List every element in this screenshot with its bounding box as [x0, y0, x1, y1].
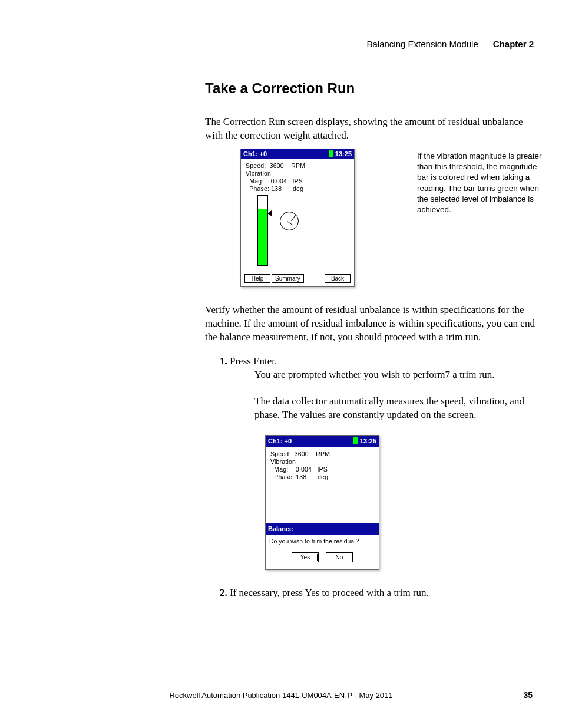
step-2-text: If necessary, press Yes to proceed with …: [230, 587, 429, 598]
device-screenshot-1: Ch1: +0 13:25 Speed: 3600 RPM Vibration …: [240, 149, 355, 288]
device-titlebar-2: Ch1: +0 13:25: [266, 436, 379, 447]
readouts-2: Speed: 3600 RPM Vibration Mag: 0.004 IPS…: [270, 450, 374, 482]
callout-text: If the vibration magnitude is greater th…: [417, 151, 542, 215]
vibration-line-2: Vibration: [270, 458, 374, 466]
speed-line-2: Speed: 3600 RPM: [270, 450, 374, 458]
dialog-titlebar: Balance: [266, 523, 379, 535]
step-1-sub1: You are prompted whether you wish to per…: [254, 368, 535, 382]
intro-paragraph: The Correction Run screen displays, show…: [205, 116, 535, 143]
dialog-question: Do you wish to trim the residual?: [266, 535, 379, 546]
device-titlebar: Ch1: +0 13:25: [241, 149, 354, 159]
no-button[interactable]: No: [326, 552, 353, 563]
device-button-row: Help Summary Back: [241, 272, 354, 286]
dialog-button-row: Yes No: [266, 546, 379, 570]
figure-1-row: Ch1: +0 13:25 Speed: 3600 RPM Vibration …: [240, 149, 535, 288]
vibration-line: Vibration: [246, 170, 349, 177]
phase-dial-icon: [280, 212, 299, 230]
device-screenshot-2: Ch1: +0 13:25 Speed: 3600 RPM Vibration …: [265, 435, 379, 570]
step-2: If necessary, press Yes to proceed with …: [230, 587, 535, 600]
time-label-2: 13:25: [360, 437, 376, 446]
threshold-pointer-icon: [267, 210, 272, 216]
graphic-area: [246, 193, 349, 269]
magnitude-bar-empty: [257, 195, 268, 209]
header-section: Balancing Extension Module: [367, 39, 478, 49]
header-chapter: Chapter 2: [493, 39, 534, 49]
back-button[interactable]: Back: [325, 274, 351, 283]
channel-label: Ch1: +0: [243, 150, 267, 157]
step-1: Press Enter. You are prompted whether yo…: [230, 355, 535, 570]
summary-button[interactable]: Summary: [272, 274, 304, 283]
phase-line-2: Phase: 138 deg: [270, 473, 374, 481]
channel-label-2: Ch1: +0: [268, 437, 292, 446]
footer-publication: Rockwell Automation Publication 1441-UM0…: [0, 691, 562, 700]
clock-area: 13:25: [329, 150, 352, 157]
mag-line-2: Mag: 0.004 IPS: [270, 466, 374, 473]
time-label: 13:25: [335, 150, 352, 157]
clock-area-2: 13:25: [353, 437, 376, 446]
verify-paragraph: Verify whether the amount of residual un…: [205, 304, 535, 344]
yes-button[interactable]: Yes: [292, 552, 319, 563]
readouts: Speed: 3600 RPM Vibration Mag: 0.004 IPS…: [246, 162, 349, 193]
battery-icon-2: [353, 437, 358, 444]
step-1-text: Press Enter.: [230, 355, 277, 367]
device-content-2: Speed: 3600 RPM Vibration Mag: 0.004 IPS…: [266, 447, 379, 523]
speed-line: Speed: 3600 RPM: [246, 162, 349, 170]
phase-line: Phase: 138 deg: [246, 185, 349, 193]
device-content: Speed: 3600 RPM Vibration Mag: 0.004 IPS…: [241, 159, 354, 272]
step-list: Press Enter. You are prompted whether yo…: [205, 355, 535, 600]
battery-icon: [329, 150, 333, 157]
help-button[interactable]: Help: [244, 274, 270, 283]
section-heading: Take a Correction Run: [205, 80, 535, 97]
page-number: 35: [523, 690, 533, 700]
figure-2-row: Ch1: +0 13:25 Speed: 3600 RPM Vibration …: [265, 435, 535, 570]
mag-line: Mag: 0.004 IPS: [246, 177, 349, 185]
step-1-sub2: The data collector automatically measure…: [254, 395, 535, 422]
page-header: Balancing Extension Module Chapter 2: [48, 39, 534, 52]
